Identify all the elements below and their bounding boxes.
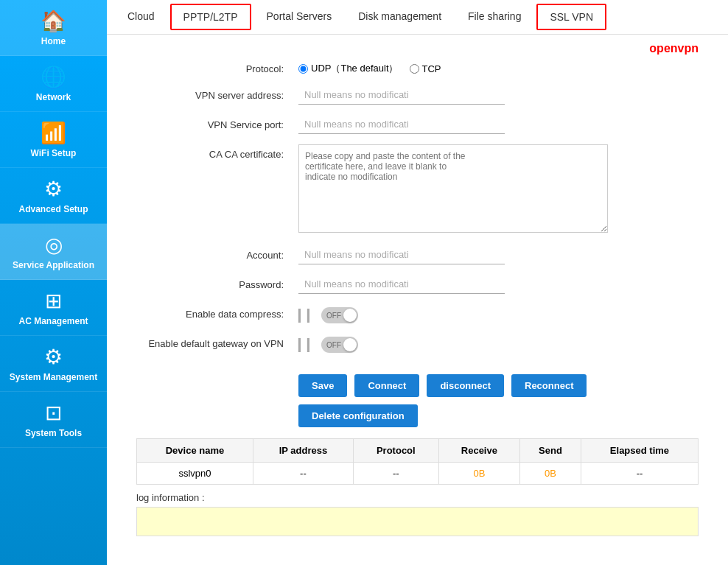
tab-bar: CloudPPTP/L2TPPortal ServersDisk managem… <box>107 0 728 35</box>
sidebar-label-system: System Management <box>10 372 97 382</box>
sidebar-item-network[interactable]: 🌐 Network <box>0 56 107 112</box>
vpn-server-row: VPN server address: <box>122 85 713 105</box>
tcp-label: TCP <box>422 63 441 74</box>
tab-filesharing[interactable]: File sharing <box>455 0 534 34</box>
password-row: Password: <box>122 275 713 294</box>
disconnect-button[interactable]: disconnect <box>427 374 504 397</box>
sidebar-item-service[interactable]: ◎ Service Application <box>0 224 107 280</box>
table-header-row: Device name IP address Protocol Receive … <box>137 439 699 463</box>
password-label: Password: <box>136 275 298 290</box>
col-elapsed: Elapsed time <box>581 439 698 463</box>
openvpn-label: openvpn <box>122 42 713 55</box>
advanced-icon: ⚙ <box>44 177 63 201</box>
col-receive: Receive <box>438 439 519 463</box>
vpn-server-label: VPN server address: <box>136 85 298 101</box>
network-icon: 🌐 <box>41 65 66 89</box>
main-content: CloudPPTP/L2TPPortal ServersDisk managem… <box>107 0 728 565</box>
connect-button[interactable]: Connect <box>354 374 419 397</box>
account-control <box>298 245 699 264</box>
service-icon: ◎ <box>45 233 63 257</box>
vpn-status-table: Device name IP address Protocol Receive … <box>136 438 699 485</box>
ac-icon: ⊞ <box>45 289 62 313</box>
wifi-icon: 📶 <box>41 121 66 145</box>
compress-label: Enable data compress: <box>136 304 298 320</box>
password-input[interactable] <box>298 275 505 294</box>
system-icon: ⚙ <box>44 345 63 369</box>
compress-row: Enable data compress: ▎▎ OFF <box>122 304 713 323</box>
sidebar-label-home: Home <box>41 36 66 46</box>
vpn-port-row: VPN Service port: <box>122 115 713 134</box>
ca-cert-label: CA CA certificate: <box>136 144 298 160</box>
sidebar-label-advanced: Advanced Setup <box>18 204 88 214</box>
compress-toggle-wrap: ▎▎ OFF <box>298 304 699 323</box>
tools-icon: ⊡ <box>45 401 62 425</box>
sidebar-item-advanced[interactable]: ⚙ Advanced Setup <box>0 168 107 224</box>
tab-cloud[interactable]: Cloud <box>114 0 168 34</box>
sidebar-label-ac: AC Management <box>18 316 88 326</box>
compress-toggle-bars-icon: ▎▎ <box>298 309 316 323</box>
tab-sslvpn[interactable]: SSL VPN <box>536 4 606 30</box>
gateway-toggle-bars-icon: ▎▎ <box>298 338 316 352</box>
delete-config-button[interactable]: Delete configuration <box>298 404 418 427</box>
sidebar-label-network: Network <box>36 92 71 102</box>
tcp-radio[interactable] <box>410 64 419 74</box>
cell-device: sslvpn0 <box>137 463 253 485</box>
cell-ip: -- <box>253 463 353 485</box>
vpn-server-input[interactable] <box>298 85 505 105</box>
col-device: Device name <box>137 439 253 463</box>
sidebar-label-wifi: WiFi Setup <box>31 148 77 158</box>
udp-option[interactable]: UDP（The default） <box>298 62 399 75</box>
vpn-server-control <box>298 85 699 105</box>
protocol-control: UDP（The default） TCP <box>298 59 699 75</box>
cell-elapsed: -- <box>581 463 698 485</box>
log-area <box>136 507 699 536</box>
gateway-row: Enable default gateway on VPN ▎▎ OFF <box>122 334 713 353</box>
tab-pptp[interactable]: PPTP/L2TP <box>170 4 251 30</box>
tab-portal[interactable]: Portal Servers <box>253 0 346 34</box>
protocol-radio-group: UDP（The default） TCP <box>298 59 699 75</box>
ca-cert-row: CA CA certificate: <box>122 144 713 235</box>
ca-cert-textarea[interactable] <box>298 144 608 233</box>
cell-protocol: -- <box>353 463 438 485</box>
udp-label: UDP（The default） <box>311 62 399 75</box>
log-section: log information : <box>122 485 713 544</box>
sidebar-item-tools[interactable]: ⊡ System Tools <box>0 392 107 448</box>
sidebar-item-system[interactable]: ⚙ System Management <box>0 336 107 392</box>
sidebar-label-service: Service Application <box>13 260 94 270</box>
gateway-toggle-wrap: ▎▎ OFF <box>298 334 699 353</box>
table-row: sslvpn0 -- -- 0B 0B -- <box>137 463 699 485</box>
sidebar: 🏠 Home🌐 Network📶 WiFi Setup⚙ Advanced Se… <box>0 0 107 565</box>
ca-cert-control <box>298 144 699 235</box>
sidebar-item-home[interactable]: 🏠 Home <box>0 0 107 56</box>
cell-receive: 0B <box>438 463 519 485</box>
sidebar-item-ac[interactable]: ⊞ AC Management <box>0 280 107 336</box>
cell-send: 0B <box>519 463 581 485</box>
home-icon: 🏠 <box>41 9 66 33</box>
vpn-port-label: VPN Service port: <box>136 115 298 130</box>
account-label: Account: <box>136 245 298 261</box>
account-row: Account: <box>122 245 713 264</box>
account-input[interactable] <box>298 245 505 264</box>
reconnect-button[interactable]: Reconnect <box>511 374 587 397</box>
content-area: openvpn Protocol: UDP（The default） TCP <box>107 35 728 565</box>
sidebar-item-wifi[interactable]: 📶 WiFi Setup <box>0 112 107 168</box>
tcp-option[interactable]: TCP <box>410 63 441 74</box>
vpn-port-input[interactable] <box>298 115 505 134</box>
compress-toggle[interactable]: OFF <box>321 307 358 323</box>
col-ip: IP address <box>253 439 353 463</box>
vpn-port-control <box>298 115 699 134</box>
sidebar-label-tools: System Tools <box>25 428 82 438</box>
col-send: Send <box>519 439 581 463</box>
action-buttons: Save Connect disconnect Reconnect Delete… <box>122 363 713 438</box>
log-label: log information : <box>136 492 699 503</box>
protocol-row: Protocol: UDP（The default） TCP <box>122 59 713 75</box>
tab-disk[interactable]: Disk management <box>345 0 455 34</box>
gateway-label: Enable default gateway on VPN <box>136 334 298 349</box>
password-control <box>298 275 699 294</box>
udp-radio[interactable] <box>298 64 308 74</box>
gateway-toggle[interactable]: OFF <box>321 337 358 353</box>
protocol-label: Protocol: <box>136 59 298 74</box>
save-button[interactable]: Save <box>298 374 347 397</box>
col-protocol: Protocol <box>353 439 438 463</box>
